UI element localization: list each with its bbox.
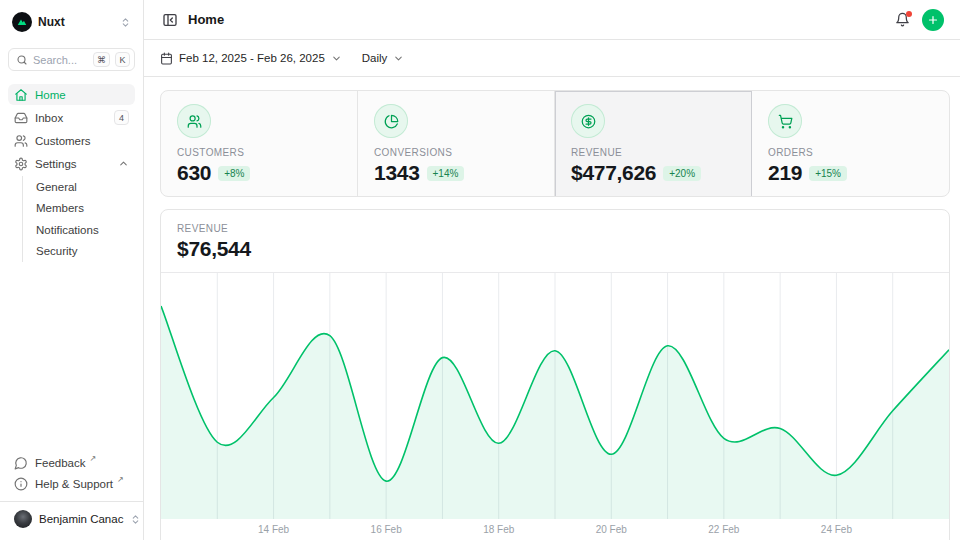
sidebar-item-members[interactable]: Members (36, 198, 135, 220)
external-link-icon: ↗ (117, 473, 124, 487)
collapse-sidebar-button[interactable] (160, 10, 180, 30)
workspace-switcher[interactable]: Nuxt (8, 10, 135, 34)
stat-label: REVENUE (571, 147, 735, 158)
calendar-icon (160, 52, 173, 65)
chevron-down-icon (393, 53, 404, 64)
date-range-picker[interactable]: Feb 12, 2025 - Feb 26, 2025 (160, 52, 342, 65)
sidebar-item-customers[interactable]: Customers (8, 130, 135, 151)
user-menu[interactable]: Benjamin Canac (8, 506, 135, 532)
x-tick-label: 22 Feb (708, 524, 739, 535)
notifications-button[interactable] (893, 10, 912, 29)
feedback-label: Feedback (35, 457, 86, 469)
sidebar-item-settings[interactable]: Settings (8, 153, 135, 174)
x-tick-label: 18 Feb (483, 524, 514, 535)
pie-chart-icon (374, 104, 408, 138)
stat-value: 1343 (374, 161, 420, 185)
avatar (14, 510, 32, 528)
notification-dot (906, 11, 912, 17)
app: Nuxt ⌘ K Home Inb (0, 0, 960, 540)
help-support-link[interactable]: Help & Support ↗ (8, 473, 135, 494)
cart-icon (768, 104, 802, 138)
sidebar-item-label: Customers (35, 135, 129, 147)
stat-delta-badge: +20% (663, 166, 701, 181)
chart-title: REVENUE (177, 223, 933, 234)
chevrons-up-down-icon (120, 17, 131, 28)
users-icon (177, 104, 211, 138)
sidebar-child-label: Security (36, 245, 78, 257)
home-icon (14, 88, 28, 102)
search-box[interactable]: ⌘ K (8, 48, 135, 71)
help-support-label: Help & Support (35, 478, 113, 490)
stat-conversions[interactable]: CONVERSIONS 1343 +14% (358, 91, 555, 197)
add-button[interactable] (922, 9, 944, 31)
x-tick-label: 24 Feb (821, 524, 852, 535)
page-title: Home (188, 12, 224, 27)
page-content: CUSTOMERS 630 +8% CONVERSIONS 1343 +14% (144, 77, 960, 540)
user-name: Benjamin Canac (39, 513, 123, 525)
stat-label: CONVERSIONS (374, 147, 538, 158)
inbox-icon (14, 111, 28, 125)
nuxt-logo (12, 12, 32, 32)
stats-row: CUSTOMERS 630 +8% CONVERSIONS 1343 +14% (160, 90, 950, 197)
sidebar: Nuxt ⌘ K Home Inb (0, 0, 144, 540)
stat-revenue[interactable]: REVENUE $477,626 +20% (555, 91, 752, 197)
external-link-icon: ↗ (90, 452, 97, 466)
sidebar-item-label: Inbox (35, 112, 107, 124)
chart-total: $76,544 (177, 237, 933, 261)
topbar: Home (144, 0, 960, 40)
stat-value: $477,626 (571, 161, 656, 185)
date-range-label: Feb 12, 2025 - Feb 26, 2025 (179, 52, 325, 64)
stat-delta-badge: +14% (427, 166, 465, 181)
sidebar-item-label: Settings (35, 158, 111, 170)
stat-delta-badge: +15% (809, 166, 847, 181)
inbox-count-badge: 4 (114, 110, 129, 125)
chevron-down-icon (331, 53, 342, 64)
sidebar-child-label: Notifications (36, 224, 99, 236)
sidebar-item-label: Home (35, 89, 129, 101)
stat-customers[interactable]: CUSTOMERS 630 +8% (161, 91, 358, 197)
k-kbd: K (115, 52, 130, 67)
plus-icon (927, 14, 939, 26)
panel-left-close-icon (162, 12, 178, 28)
revenue-chart-svg (161, 273, 949, 519)
command-kbd: ⌘ (93, 52, 110, 67)
sidebar-divider (0, 501, 143, 502)
period-label: Daily (362, 52, 388, 64)
chart-xticks: 14 Feb16 Feb18 Feb20 Feb22 Feb24 Feb (161, 519, 949, 540)
x-tick-label: 14 Feb (258, 524, 289, 535)
revenue-chart-card: REVENUE $76,544 14 Feb16 Feb18 Feb20 Feb… (160, 209, 950, 540)
stat-orders[interactable]: ORDERS 219 +15% (752, 91, 949, 197)
sidebar-footer: Feedback ↗ Help & Support ↗ Benjamin Can… (8, 452, 135, 532)
chevron-up-icon (118, 158, 129, 169)
sidebar-child-label: General (36, 181, 77, 193)
stat-value: 219 (768, 161, 802, 185)
feedback-link[interactable]: Feedback ↗ (8, 452, 135, 473)
message-circle-icon (14, 456, 28, 470)
workspace-name: Nuxt (38, 15, 114, 29)
search-input[interactable] (33, 54, 88, 66)
settings-submenu: General Members Notifications Security (22, 176, 135, 262)
stat-label: ORDERS (768, 147, 933, 158)
main-area: Home Feb 12, 2025 - Feb 26, 2025 Daily (144, 0, 960, 540)
sidebar-item-security[interactable]: Security (36, 241, 135, 263)
info-icon (14, 477, 28, 491)
sidebar-item-notifications[interactable]: Notifications (36, 219, 135, 241)
circle-dollar-icon (571, 104, 605, 138)
sidebar-nav: Home Inbox 4 Customers Settings (8, 84, 135, 264)
filters-toolbar: Feb 12, 2025 - Feb 26, 2025 Daily (144, 40, 960, 77)
users-icon (14, 134, 28, 148)
revenue-chart-plot[interactable] (161, 272, 949, 519)
sidebar-item-home[interactable]: Home (8, 84, 135, 105)
chevrons-up-down-icon (130, 514, 141, 525)
sidebar-item-inbox[interactable]: Inbox 4 (8, 107, 135, 128)
stat-delta-badge: +8% (218, 166, 250, 181)
period-select[interactable]: Daily (362, 52, 405, 64)
x-tick-label: 20 Feb (596, 524, 627, 535)
gear-icon (14, 157, 28, 171)
stat-value: 630 (177, 161, 211, 185)
search-icon (16, 54, 28, 66)
x-tick-label: 16 Feb (371, 524, 402, 535)
stat-label: CUSTOMERS (177, 147, 341, 158)
sidebar-child-label: Members (36, 202, 84, 214)
sidebar-item-general[interactable]: General (36, 176, 135, 198)
